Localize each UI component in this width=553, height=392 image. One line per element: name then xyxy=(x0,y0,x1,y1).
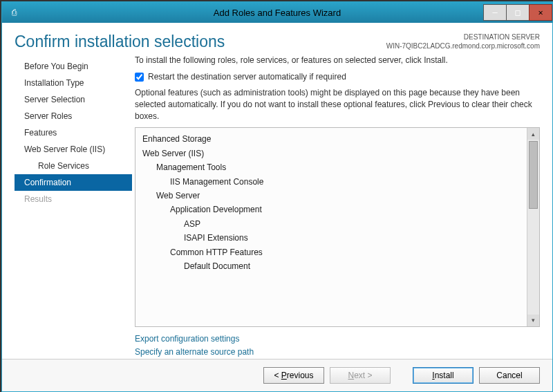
wizard-step-server-roles[interactable]: Server Roles xyxy=(15,108,132,124)
install-button[interactable]: Install xyxy=(413,367,474,384)
feature-item: Enhanced Storage xyxy=(142,132,520,146)
next-button: Next > xyxy=(330,367,391,384)
close-button[interactable]: ✕ xyxy=(529,4,552,21)
links-area: Export configuration settings Specify an… xyxy=(135,333,540,359)
feature-item: Common HTTP Features xyxy=(142,245,520,259)
wizard-step-role-services[interactable]: Role Services xyxy=(15,158,132,174)
feature-item: IIS Management Console xyxy=(142,175,520,189)
feature-item: Management Tools xyxy=(142,160,520,174)
restart-checkbox[interactable] xyxy=(135,73,144,82)
feature-item: Web Server (IIS) xyxy=(142,147,520,160)
previous-button[interactable]: < Previous xyxy=(263,367,324,384)
scroll-up-icon[interactable]: ▴ xyxy=(527,128,539,140)
scroll-down-icon[interactable]: ▾ xyxy=(527,315,539,326)
selected-features-box: Enhanced StorageWeb Server (IIS)Manageme… xyxy=(135,127,540,326)
destination-server-name: WIN-7QIBC2LADCG.redmond.corp.microsoft.c… xyxy=(386,41,540,50)
wizard-step-confirmation[interactable]: Confirmation xyxy=(15,174,132,191)
wizard-body: Confirm installation selections DESTINAT… xyxy=(2,23,552,359)
restart-checkbox-row[interactable]: Restart the destination server automatic… xyxy=(135,72,540,82)
wizard-step-results: Results xyxy=(15,191,132,207)
feature-item: ASP xyxy=(142,217,520,231)
titlebar[interactable]: ⎙ Add Roles and Features Wizard — □ ✕ xyxy=(2,2,552,23)
wizard-step-features[interactable]: Features xyxy=(15,124,132,141)
wizard-step-web-server-role-iis-[interactable]: Web Server Role (IIS) xyxy=(15,141,132,158)
scroll-thumb[interactable] xyxy=(529,141,538,209)
maximize-button[interactable]: □ xyxy=(506,4,529,21)
features-scrollbar[interactable]: ▴ ▾ xyxy=(527,128,539,326)
wizard-step-installation-type[interactable]: Installation Type xyxy=(15,75,132,91)
destination-label: DESTINATION SERVER xyxy=(386,32,540,41)
feature-item: ISAPI Extensions xyxy=(142,231,520,245)
wizard-window: ⎙ Add Roles and Features Wizard — □ ✕ Co… xyxy=(1,1,553,392)
window-buttons: — □ ✕ xyxy=(484,5,552,21)
content-pane: To install the following roles, role ser… xyxy=(132,55,540,359)
selected-features-list[interactable]: Enhanced StorageWeb Server (IIS)Manageme… xyxy=(135,128,527,326)
instruction-text: To install the following roles, role ser… xyxy=(135,55,540,65)
server-manager-icon: ⎙ xyxy=(5,3,23,21)
destination-server-block: DESTINATION SERVER WIN-7QIBC2LADCG.redmo… xyxy=(386,32,540,50)
feature-item: Application Development xyxy=(142,203,520,216)
minimize-button[interactable]: — xyxy=(483,4,507,21)
optional-features-text: Optional features (such as administratio… xyxy=(135,87,540,122)
minimize-icon: — xyxy=(492,8,497,17)
maximize-icon: □ xyxy=(515,8,520,17)
feature-item: Web Server xyxy=(142,189,520,203)
scroll-track[interactable] xyxy=(527,210,539,314)
page-title: Confirm installation selections xyxy=(15,32,386,51)
cancel-button[interactable]: Cancel xyxy=(479,367,540,384)
close-icon: ✕ xyxy=(538,8,543,17)
export-config-link[interactable]: Export configuration settings xyxy=(135,334,239,344)
feature-item: Default Document xyxy=(142,259,520,273)
window-title: Add Roles and Features Wizard xyxy=(2,8,552,18)
wizard-steps-sidebar: Before You BeginInstallation TypeServer … xyxy=(15,55,132,359)
wizard-step-server-selection[interactable]: Server Selection xyxy=(15,91,132,108)
alternate-source-link[interactable]: Specify an alternate source path xyxy=(135,347,254,357)
restart-checkbox-label: Restart the destination server automatic… xyxy=(148,72,346,82)
wizard-step-before-you-begin[interactable]: Before You Begin xyxy=(15,58,132,75)
wizard-footer: < Previous Next > Install Cancel xyxy=(2,359,552,391)
